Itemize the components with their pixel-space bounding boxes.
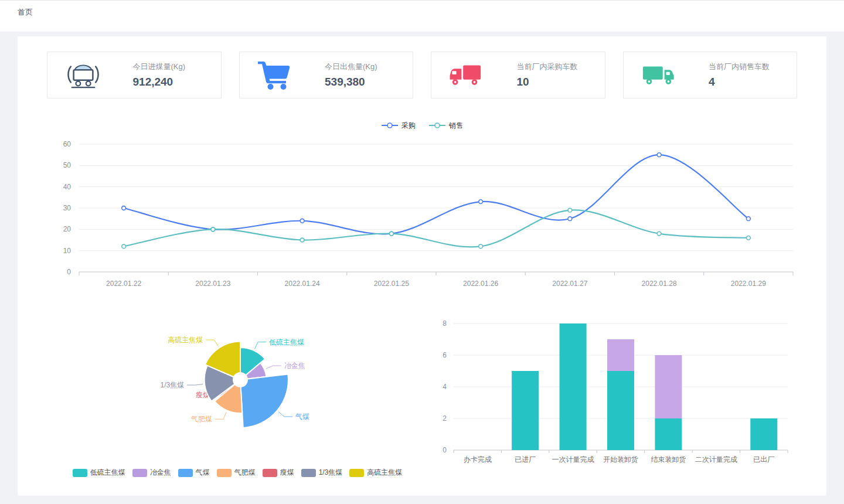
svg-text:2022.01.24: 2022.01.24 bbox=[285, 280, 320, 288]
svg-text:6: 6 bbox=[443, 351, 447, 359]
svg-text:2022.01.26: 2022.01.26 bbox=[463, 280, 498, 288]
legend-swatch bbox=[132, 469, 147, 477]
legend-label: 销售 bbox=[449, 121, 463, 131]
line-chart-area: 采购销售 01020304050602022.01.222022.01.2320… bbox=[29, 120, 815, 297]
svg-text:30: 30 bbox=[63, 204, 72, 212]
legend-label: 瘦煤 bbox=[280, 468, 294, 478]
svg-text:8: 8 bbox=[443, 319, 447, 328]
stat-card-sale-trucks: 当前厂内销售车数 4 bbox=[623, 52, 798, 98]
line-chart-legend: 采购销售 bbox=[29, 120, 815, 131]
svg-text:2022.01.29: 2022.01.29 bbox=[731, 280, 766, 288]
svg-text:2022.01.27: 2022.01.27 bbox=[552, 280, 587, 288]
truck-out-icon bbox=[641, 59, 678, 91]
legend-label: 冶金焦 bbox=[150, 468, 171, 478]
vehicle-status-bar-chart[interactable]: 02468办卡完成已进厂一次计量完成开始装卸货结束装卸货二次计量完成已出厂 bbox=[428, 309, 797, 483]
svg-text:二次计量完成: 二次计量完成 bbox=[695, 455, 737, 464]
pie-legend-item-冶金焦[interactable]: 冶金焦 bbox=[132, 468, 171, 478]
stat-card-coal-in: 今日进煤量(Kg) 912,240 bbox=[47, 52, 222, 98]
stat-label: 当前厂内采购车数 bbox=[517, 62, 590, 72]
stat-label: 今日进煤量(Kg) bbox=[133, 62, 206, 72]
legend-swatch bbox=[73, 469, 87, 477]
legend-label: 1/3焦煤 bbox=[319, 468, 343, 478]
svg-text:已进厂: 已进厂 bbox=[515, 455, 536, 464]
svg-text:开始装卸货: 开始装卸货 bbox=[603, 455, 638, 464]
legend-swatch bbox=[178, 469, 193, 477]
stat-cards: 今日进煤量(Kg) 912,240 今日出焦量(Kg) 539,380 bbox=[47, 52, 797, 98]
shopping-cart-icon bbox=[257, 59, 294, 91]
svg-text:10: 10 bbox=[63, 247, 72, 255]
svg-text:2022.01.25: 2022.01.25 bbox=[374, 280, 409, 288]
stat-value: 539,380 bbox=[325, 76, 397, 88]
legend-swatch bbox=[217, 469, 232, 477]
svg-text:高硫主焦煤: 高硫主焦煤 bbox=[168, 336, 203, 344]
stat-card-purchase-trucks: 当前厂内采购车数 10 bbox=[431, 52, 605, 98]
legend-item-采购[interactable]: 采购 bbox=[381, 121, 416, 131]
pie-legend-item-气肥煤[interactable]: 气肥煤 bbox=[217, 468, 256, 478]
svg-text:60: 60 bbox=[63, 140, 72, 148]
breadcrumb-bar: 首页 bbox=[0, 0, 844, 32]
svg-text:0: 0 bbox=[443, 446, 447, 454]
svg-text:气肥煤: 气肥煤 bbox=[190, 415, 212, 423]
svg-text:20: 20 bbox=[63, 225, 72, 233]
svg-text:2022.01.23: 2022.01.23 bbox=[195, 280, 230, 288]
svg-text:低硫主焦煤: 低硫主焦煤 bbox=[269, 338, 304, 346]
main-panel: 今日进煤量(Kg) 912,240 今日出焦量(Kg) 539,380 bbox=[18, 36, 826, 496]
stat-value: 4 bbox=[709, 76, 781, 88]
legend-swatch bbox=[301, 469, 316, 477]
svg-text:40: 40 bbox=[63, 183, 72, 191]
legend-line-icon bbox=[428, 121, 446, 130]
stat-card-coke-out: 今日出焦量(Kg) 539,380 bbox=[239, 52, 414, 98]
svg-text:1/3焦煤: 1/3焦煤 bbox=[161, 381, 185, 389]
mine-cart-icon bbox=[65, 59, 101, 91]
legend-line-icon bbox=[381, 121, 399, 130]
svg-text:冶金焦: 冶金焦 bbox=[284, 362, 305, 370]
svg-text:一次计量完成: 一次计量完成 bbox=[552, 455, 594, 464]
pie-legend-item-1/3焦煤[interactable]: 1/3焦煤 bbox=[301, 468, 343, 478]
stat-value: 912,240 bbox=[133, 76, 206, 88]
pie-legend-item-瘦煤[interactable]: 瘦煤 bbox=[263, 468, 294, 478]
pie-chart-legend: 低硫主焦煤冶金焦气煤气肥煤瘦煤1/3焦煤高硫主焦煤 bbox=[47, 468, 428, 478]
stat-label: 当前厂内销售车数 bbox=[709, 62, 781, 72]
svg-text:2022.01.22: 2022.01.22 bbox=[106, 280, 141, 288]
legend-swatch bbox=[263, 469, 277, 477]
stat-label: 今日出焦量(Kg) bbox=[325, 62, 397, 72]
legend-swatch bbox=[349, 469, 364, 477]
svg-text:结束装卸货: 结束装卸货 bbox=[651, 455, 686, 464]
svg-text:办卡完成: 办卡完成 bbox=[464, 455, 492, 464]
svg-text:气煤: 气煤 bbox=[295, 413, 309, 421]
stat-value: 10 bbox=[517, 76, 590, 88]
purchase-sale-line-chart[interactable]: 01020304050602022.01.222022.01.232022.01… bbox=[29, 135, 815, 294]
breadcrumb[interactable]: 首页 bbox=[18, 8, 33, 16]
legend-label: 低硫主焦煤 bbox=[90, 468, 125, 478]
coal-type-pie-box: 低硫主焦煤冶金焦气煤气肥煤瘦煤1/3焦煤高硫主焦煤 低硫主焦煤冶金焦气煤气肥煤瘦… bbox=[29, 309, 428, 485]
svg-text:2: 2 bbox=[443, 414, 447, 423]
svg-text:50: 50 bbox=[63, 161, 72, 169]
pie-legend-item-高硫主焦煤[interactable]: 高硫主焦煤 bbox=[349, 468, 402, 478]
legend-label: 气肥煤 bbox=[234, 468, 256, 478]
coal-type-rose-chart[interactable]: 低硫主焦煤冶金焦气煤气肥煤瘦煤1/3焦煤高硫主焦煤 bbox=[47, 309, 422, 457]
svg-text:0: 0 bbox=[67, 268, 71, 276]
pie-legend-item-气煤[interactable]: 气煤 bbox=[178, 468, 210, 478]
vehicle-status-bar-box: 02468办卡完成已进厂一次计量完成开始装卸货结束装卸货二次计量完成已出厂 bbox=[428, 309, 815, 485]
legend-label: 气煤 bbox=[196, 468, 210, 478]
legend-label: 采购 bbox=[401, 121, 416, 131]
legend-label: 高硫主焦煤 bbox=[367, 468, 402, 478]
truck-in-icon bbox=[449, 59, 485, 91]
svg-text:4: 4 bbox=[443, 383, 447, 391]
pie-legend-item-低硫主焦煤[interactable]: 低硫主焦煤 bbox=[73, 468, 125, 478]
legend-item-销售[interactable]: 销售 bbox=[428, 121, 463, 131]
svg-text:已出厂: 已出厂 bbox=[753, 455, 774, 464]
bottom-charts: 低硫主焦煤冶金焦气煤气肥煤瘦煤1/3焦煤高硫主焦煤 低硫主焦煤冶金焦气煤气肥煤瘦… bbox=[29, 309, 815, 485]
svg-text:2022.01.28: 2022.01.28 bbox=[642, 280, 677, 288]
